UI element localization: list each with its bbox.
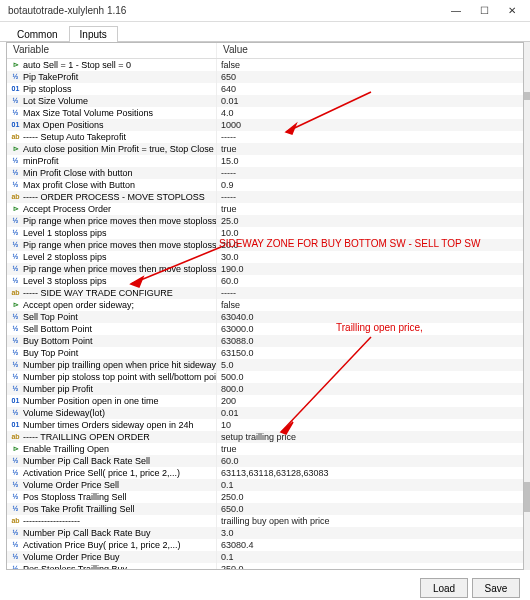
table-row[interactable]: ½Number Pip Call Back Rate Sell60.0 (7, 455, 523, 467)
cell-value[interactable]: false (217, 299, 523, 311)
table-row[interactable]: ½Volume Order Price Sell0.1 (7, 479, 523, 491)
scrollbar-vertical[interactable] (524, 42, 530, 570)
table-row[interactable]: ½Pos Stoploss Trailling Buy250.0 (7, 563, 523, 569)
cell-variable: ½Buy Top Point (7, 347, 217, 359)
table-row[interactable]: ab----- TRAILLING OPEN ORDERsetup traill… (7, 431, 523, 443)
cell-value[interactable]: true (217, 143, 523, 155)
table-row[interactable]: ab-------------------trailling buy open … (7, 515, 523, 527)
table-row[interactable]: ½Pos Take Profit Trailling Sell650.0 (7, 503, 523, 515)
table-row[interactable]: ab----- ORDER PROCESS - MOVE STOPLOSS---… (7, 191, 523, 203)
cell-value[interactable]: setup trailling price (217, 431, 523, 443)
minimize-button[interactable]: — (442, 1, 470, 21)
cell-value[interactable]: 0.01 (217, 95, 523, 107)
type-icon: ½ (11, 541, 20, 550)
cell-value[interactable]: true (217, 203, 523, 215)
table-row[interactable]: ½Pip TakeProfit650 (7, 71, 523, 83)
cell-value[interactable]: 250.0 (217, 563, 523, 569)
cell-value[interactable]: 0.01 (217, 407, 523, 419)
tab-common[interactable]: Common (6, 26, 69, 42)
table-row[interactable]: ⊳auto Sell = 1 - Stop sell = 0false (7, 59, 523, 71)
cell-value[interactable]: 190.0 (217, 263, 523, 275)
table-body[interactable]: ⊳auto Sell = 1 - Stop sell = 0false½Pip … (7, 59, 523, 569)
cell-value[interactable]: ----- (217, 191, 523, 203)
table-row[interactable]: ½Max profit Close with Button0.9 (7, 179, 523, 191)
cell-value[interactable]: 63113,63118,63128,63083 (217, 467, 523, 479)
maximize-button[interactable]: ☐ (470, 1, 498, 21)
tab-inputs[interactable]: Inputs (69, 26, 118, 42)
cell-value[interactable]: 0.9 (217, 179, 523, 191)
table-row[interactable]: ab----- Setup Auto Takeprofit----- (7, 131, 523, 143)
cell-value[interactable]: 800.0 (217, 383, 523, 395)
cell-value[interactable]: 20.0 (217, 239, 523, 251)
table-row[interactable]: ½Min Profit Close with button----- (7, 167, 523, 179)
table-row[interactable]: ½Level 1 stoploss pips10.0 (7, 227, 523, 239)
table-row[interactable]: ½Pip range when price moves then move st… (7, 215, 523, 227)
cell-value[interactable]: 60.0 (217, 275, 523, 287)
cell-value[interactable]: 3.0 (217, 527, 523, 539)
cell-value[interactable]: 60.0 (217, 455, 523, 467)
save-button[interactable]: Save (472, 578, 520, 598)
cell-value[interactable]: trailling buy open with price (217, 515, 523, 527)
table-row[interactable]: ½Sell Bottom Point63000.0 (7, 323, 523, 335)
cell-variable: ⊳Enable Trailling Open (7, 443, 217, 455)
table-row[interactable]: ½Number pip stoloss top point with sell/… (7, 371, 523, 383)
cell-value[interactable]: ----- (217, 287, 523, 299)
cell-value[interactable]: 0.1 (217, 479, 523, 491)
table-row[interactable]: ½Buy Bottom Point63088.0 (7, 335, 523, 347)
cell-variable: ½Level 2 stoploss pips (7, 251, 217, 263)
cell-value[interactable]: 650.0 (217, 503, 523, 515)
cell-value[interactable]: 10 (217, 419, 523, 431)
table-row[interactable]: ½Level 3 stoploss pips60.0 (7, 275, 523, 287)
table-row[interactable]: ½Number pip Profit800.0 (7, 383, 523, 395)
table-row[interactable]: ½Pip range when price moves then move st… (7, 263, 523, 275)
table-row[interactable]: 01Number times Orders sideway open in 24… (7, 419, 523, 431)
table-row[interactable]: ½Number pip trailling open when price hi… (7, 359, 523, 371)
table-row[interactable]: ½Sell Top Point63040.0 (7, 311, 523, 323)
cell-value[interactable]: 63088.0 (217, 335, 523, 347)
cell-value[interactable]: 25.0 (217, 215, 523, 227)
table-row[interactable]: 01Max Open Positions1000 (7, 119, 523, 131)
header-variable: Variable (7, 43, 217, 58)
table-row[interactable]: ⊳Accept open order sideway;false (7, 299, 523, 311)
close-button[interactable]: ✕ (498, 1, 526, 21)
table-row[interactable]: ½Number Pip Call Back Rate Buy3.0 (7, 527, 523, 539)
table-row[interactable]: ½Activation Price Buy( price 1, price 2,… (7, 539, 523, 551)
table-row[interactable]: ½Lot Size Volume0.01 (7, 95, 523, 107)
cell-value[interactable]: 640 (217, 83, 523, 95)
cell-value[interactable]: 1000 (217, 119, 523, 131)
table-row[interactable]: ½Pip range when price moves then move st… (7, 239, 523, 251)
table-row[interactable]: ½Level 2 stoploss pips30.0 (7, 251, 523, 263)
load-button[interactable]: Load (420, 578, 468, 598)
table-row[interactable]: ½Max Size Total Volume Positions4.0 (7, 107, 523, 119)
table-row[interactable]: ⊳Accept Process Ordertrue (7, 203, 523, 215)
cell-value[interactable]: 650 (217, 71, 523, 83)
table-row[interactable]: ⊳Auto close position Min Profit = true, … (7, 143, 523, 155)
cell-value[interactable]: 15.0 (217, 155, 523, 167)
table-row[interactable]: ½minProfit15.0 (7, 155, 523, 167)
cell-value[interactable]: 30.0 (217, 251, 523, 263)
table-row[interactable]: ½Buy Top Point63150.0 (7, 347, 523, 359)
table-row[interactable]: ⊳Enable Trailling Opentrue (7, 443, 523, 455)
cell-value[interactable]: 4.0 (217, 107, 523, 119)
cell-value[interactable]: 500.0 (217, 371, 523, 383)
cell-value[interactable]: true (217, 443, 523, 455)
table-row[interactable]: 01Number Position open in one time200 (7, 395, 523, 407)
cell-value[interactable]: ----- (217, 167, 523, 179)
table-row[interactable]: ½Pos Stoploss Trailling Sell250.0 (7, 491, 523, 503)
cell-value[interactable]: 63080.4 (217, 539, 523, 551)
table-row[interactable]: ½Volume Sideway(lot)0.01 (7, 407, 523, 419)
cell-value[interactable]: 200 (217, 395, 523, 407)
table-row[interactable]: ½Activation Price Sell( price 1, price 2… (7, 467, 523, 479)
cell-value[interactable]: 63040.0 (217, 311, 523, 323)
table-row[interactable]: ab----- SIDE WAY TRADE CONFIGURE----- (7, 287, 523, 299)
cell-value[interactable]: false (217, 59, 523, 71)
cell-value[interactable]: 10.0 (217, 227, 523, 239)
table-row[interactable]: ½Volume Order Price Buy0.1 (7, 551, 523, 563)
cell-value[interactable]: 0.1 (217, 551, 523, 563)
cell-value[interactable]: 63000.0 (217, 323, 523, 335)
cell-value[interactable]: ----- (217, 131, 523, 143)
table-row[interactable]: 01Pip stoploss640 (7, 83, 523, 95)
cell-value[interactable]: 5.0 (217, 359, 523, 371)
cell-value[interactable]: 63150.0 (217, 347, 523, 359)
cell-value[interactable]: 250.0 (217, 491, 523, 503)
